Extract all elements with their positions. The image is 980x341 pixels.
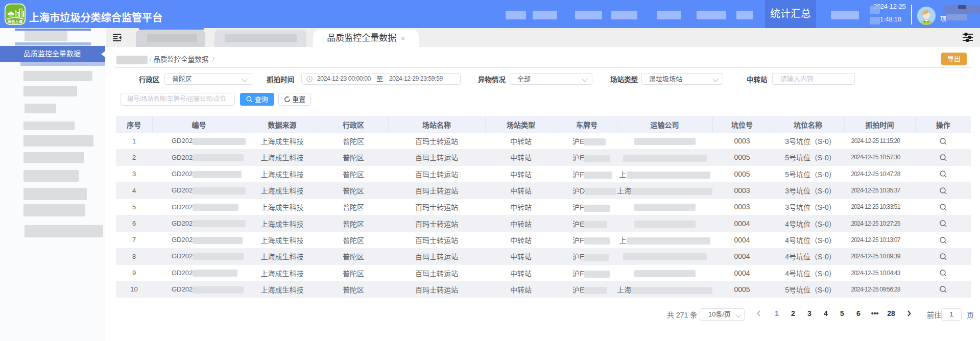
- svg-text:绿色上海: 绿色上海: [8, 19, 23, 24]
